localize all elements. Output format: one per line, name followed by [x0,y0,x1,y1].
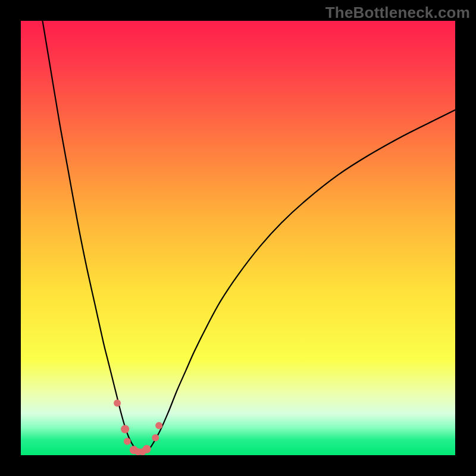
data-point [152,434,159,441]
chart-background [21,21,455,455]
bottleneck-chart [21,21,455,455]
watermark-text: TheBottleneck.com [325,4,470,22]
data-point [114,399,121,406]
data-point [143,445,151,453]
data-point [124,438,131,445]
data-point [155,422,162,429]
data-point [121,425,129,433]
chart-frame: TheBottleneck.com [0,0,476,476]
